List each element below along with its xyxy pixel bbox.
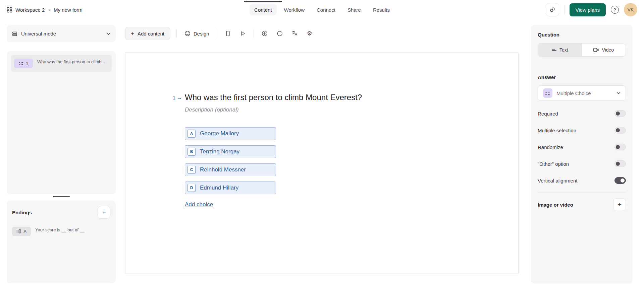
option-row-vertical-alignment: Vertical alignment (538, 176, 626, 185)
svg-text:B: B (19, 63, 20, 66)
design-button[interactable]: Design (183, 29, 211, 38)
app-body: Universal mode A B (0, 19, 644, 291)
chevron-down-icon (616, 92, 621, 94)
translate-icon[interactable]: A (290, 29, 299, 38)
choice-letter-badge: C (187, 166, 196, 174)
header-actions: View plans ? VK (546, 3, 637, 16)
question-number-badge: 1 (26, 61, 28, 66)
palette-icon (184, 30, 191, 37)
tab-results[interactable]: Results (368, 4, 394, 15)
choice-option-a[interactable]: A George Mallory (185, 127, 276, 140)
choice-option-b[interactable]: B Tenzing Norgay (185, 145, 276, 158)
choice-letter-badge: D (187, 184, 196, 192)
add-content-label: Add content (138, 31, 164, 37)
copy-link-button[interactable] (546, 3, 559, 16)
ending-list-item[interactable]: A Your score is __ out of __ (12, 227, 110, 236)
question-block: 1 → Who was the first person to climb Mo… (169, 93, 362, 208)
choice-label[interactable]: Reinhold Messner (200, 166, 246, 173)
plus-icon: + (131, 31, 134, 37)
center-column: + Add content Design (125, 19, 519, 291)
media-tab-text[interactable]: Text (538, 44, 582, 56)
randomize-label: Randomize (538, 144, 563, 150)
accessibility-icon[interactable] (260, 29, 269, 38)
ending-item-title: Your score is __ out of __ (35, 227, 86, 233)
question-media-switch: Text Video (538, 43, 626, 57)
add-ending-button[interactable]: + (98, 206, 110, 219)
add-image-or-video-button[interactable]: + (613, 198, 626, 211)
breadcrumb: Workspace 2 › My new form (7, 7, 83, 13)
other-option-toggle[interactable] (614, 160, 626, 167)
arrow-right-icon: → (177, 95, 182, 100)
answer-type-dropdown[interactable]: A B Multiple Choice (538, 85, 626, 101)
choices-list: A George Mallory B Tenzing Norgay C Rein… (185, 127, 362, 194)
toolbar-divider (254, 29, 254, 38)
help-icon[interactable]: ? (611, 6, 619, 14)
option-row-multiple-selection: Multiple selection (538, 126, 626, 135)
recall-information-icon[interactable] (275, 29, 284, 38)
endings-heading: Endings (12, 210, 32, 215)
question-item-title: Who was the first person to climb... (37, 59, 105, 65)
choice-option-d[interactable]: D Edmund Hillary (185, 181, 276, 194)
top-header: Workspace 2 › My new form Content Workfl… (0, 0, 644, 19)
breadcrumb-separator: › (48, 7, 51, 12)
svg-text:B: B (545, 93, 547, 95)
media-tab-video[interactable]: Video (582, 44, 626, 56)
tab-workflow[interactable]: Workflow (279, 4, 309, 15)
question-settings-panel: Question Text Video A (531, 25, 633, 284)
ending-letter-badge: A (23, 229, 26, 234)
design-label: Design (194, 31, 209, 37)
form-canvas: 1 → Who was the first person to climb Mo… (125, 52, 519, 274)
mobile-preview-icon[interactable] (224, 29, 232, 38)
workspace-grid-icon (7, 7, 12, 13)
choice-label[interactable]: Edmund Hillary (200, 185, 238, 191)
tab-content[interactable]: Content (250, 4, 277, 15)
add-content-button[interactable]: + Add content (125, 27, 170, 40)
option-row-required: Required (538, 109, 626, 118)
answer-type-value: Multiple Choice (556, 90, 591, 96)
canvas-toolbar: + Add content Design (125, 27, 519, 40)
question-title-input[interactable]: Who was the first person to climb Mount … (185, 93, 362, 102)
ending-type-badge: A (12, 227, 31, 236)
choice-letter-badge: B (187, 148, 196, 156)
choice-label[interactable]: George Mallory (200, 130, 239, 137)
randomize-toggle[interactable] (614, 144, 626, 150)
tab-share[interactable]: Share (343, 4, 366, 15)
multiple-choice-icon: A B (19, 61, 23, 66)
breadcrumb-form-name[interactable]: My new form (54, 7, 83, 13)
link-icon (549, 7, 555, 13)
option-row-randomize: Randomize (538, 142, 626, 152)
question-number: 1 (173, 95, 175, 100)
view-plans-button[interactable]: View plans (570, 3, 606, 16)
multiple-selection-label: Multiple selection (538, 128, 576, 133)
other-option-label: "Other" option (538, 161, 569, 167)
settings-gear-icon[interactable]: ⚙ (306, 29, 314, 38)
choice-letter-badge: A (187, 130, 196, 138)
choice-option-c[interactable]: C Reinhold Messner (185, 163, 276, 176)
breadcrumb-workspace[interactable]: Workspace 2 (15, 7, 45, 13)
option-row-other-option: "Other" option (538, 159, 626, 168)
required-toggle[interactable] (614, 110, 626, 117)
video-camera-icon (593, 48, 599, 52)
question-list-item[interactable]: A B 1 Who was the first person to climb.… (11, 55, 112, 72)
image-or-video-label: Image or video (538, 202, 573, 208)
add-choice-link[interactable]: Add choice (185, 201, 213, 208)
preview-play-icon[interactable] (238, 29, 247, 38)
avatar[interactable]: VK (624, 3, 637, 16)
choice-label[interactable]: Tenzing Norgay (200, 148, 239, 155)
questions-panel: A B 1 Who was the first person to climb.… (7, 51, 116, 194)
tab-connect[interactable]: Connect (312, 4, 340, 15)
required-label: Required (538, 111, 558, 117)
panel-divider (538, 193, 626, 193)
question-options: Required Multiple selection Randomize "O… (538, 109, 626, 185)
mode-selector[interactable]: Universal mode (7, 25, 116, 42)
multiple-choice-icon: A B (543, 88, 552, 98)
main-nav-tabs: Content Workflow Connect Share Results (250, 4, 394, 15)
multiple-selection-toggle[interactable] (614, 127, 626, 134)
vertical-alignment-label: Vertical alignment (538, 178, 577, 184)
endings-panel: Endings + A Your score is __ out of __ (7, 201, 116, 283)
panel-resize-handle[interactable] (53, 196, 70, 197)
image-or-video-row: Image or video + (538, 198, 626, 211)
vertical-alignment-toggle[interactable] (614, 177, 626, 184)
chevron-down-icon (106, 32, 110, 35)
question-description-input[interactable]: Description (optional) (185, 106, 362, 113)
